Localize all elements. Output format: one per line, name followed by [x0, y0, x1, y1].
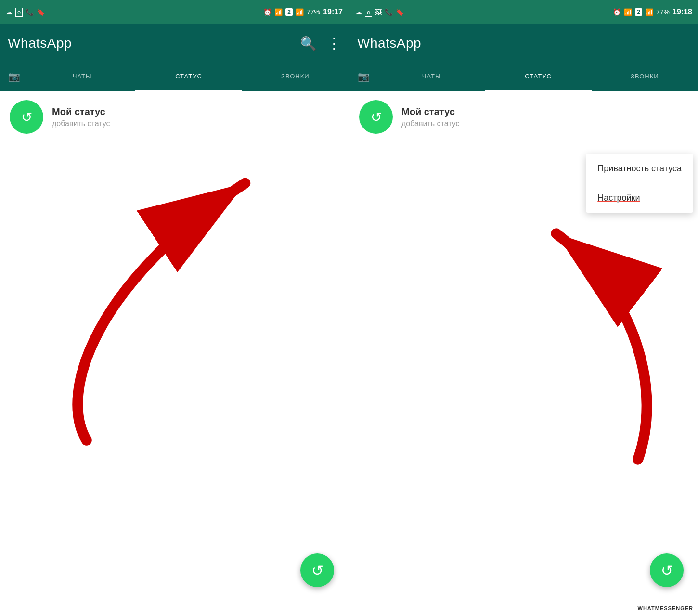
wifi-icon: 📶 [274, 8, 283, 16]
e-icon: e [15, 8, 23, 17]
arrow-overlay-1 [0, 91, 349, 616]
status-info-1: Мой статус добавить статус [52, 106, 110, 128]
tab-calls-1[interactable]: ЗВОНКИ [242, 63, 349, 91]
status-name-1: Мой статус [52, 106, 110, 117]
status-sub-1: добавить статус [52, 119, 110, 128]
sim-badge: 2 [285, 8, 293, 16]
tab-status-1[interactable]: СТАТУС [135, 63, 242, 91]
screen-1: ☁ e 📞 🔖 ⏰ 📶 2 📶 77% 19:17 WhatsApp 🔍 ⋮ 📷… [0, 0, 349, 616]
status-info-2: Мой статус добавить статус [401, 106, 460, 128]
menu-button-1[interactable]: ⋮ [326, 34, 341, 52]
e-icon-2: e [365, 8, 372, 17]
cloud-icon-2: ☁ [355, 8, 362, 16]
dropdown-menu: Приватность статуса Настройки [586, 154, 693, 213]
app-bar-actions-1: 🔍 ⋮ [300, 34, 341, 52]
fab-icon-1: ↺ [311, 562, 323, 579]
battery-text: 77% [307, 8, 320, 16]
sim-badge-2: 2 [635, 8, 642, 16]
status-avatar-2: ↺ [359, 100, 393, 134]
app-title-1: WhatsApp [8, 36, 300, 51]
alarm-icon: ⏰ [263, 8, 271, 16]
phone-icon: 📞 [26, 8, 34, 16]
time-display-1: 19:17 [323, 8, 343, 16]
my-status-item-2[interactable]: ↺ Мой статус добавить статус [349, 91, 698, 142]
dropdown-item-privacy[interactable]: Приватность статуса [586, 154, 693, 183]
fab-2[interactable]: ↺ [650, 553, 684, 587]
status-bar-1: ☁ e 📞 🔖 ⏰ 📶 2 📶 77% 19:17 [0, 0, 349, 24]
status-bar-left-2: ☁ e 🖼 📞 🔖 [355, 8, 404, 17]
time-display-2: 19:18 [672, 8, 692, 16]
status-name-2: Мой статус [401, 106, 460, 117]
tab-chats-1[interactable]: ЧАТЫ [29, 63, 135, 91]
status-bar-right-1: ⏰ 📶 2 📶 77% 19:17 [263, 8, 343, 16]
my-status-item-1[interactable]: ↺ Мой статус добавить статус [0, 91, 349, 142]
wifi-icon-2: 📶 [624, 8, 632, 16]
content-area-2: ↺ Мой статус добавить статус Приватность… [349, 91, 698, 616]
status-sub-2: добавить статус [401, 119, 460, 128]
alarm-icon-2: ⏰ [613, 8, 621, 16]
add-status-icon-2: ↺ [371, 109, 382, 125]
status-bar-right-2: ⏰ 📶 2 📶 77% 19:18 [613, 8, 692, 16]
battery-text-2: 77% [656, 8, 670, 16]
app-bar-2: WhatsApp [349, 24, 698, 63]
status-bar-left-1: ☁ e 📞 🔖 [6, 8, 45, 17]
bookmark-icon-2: 🔖 [396, 8, 404, 16]
signal-icon: 📶 [296, 8, 304, 16]
phone-icon-2: 📞 [385, 8, 393, 16]
search-button-1[interactable]: 🔍 [300, 36, 317, 51]
add-status-icon-1: ↺ [21, 109, 32, 125]
tabs-bar-1: 📷 ЧАТЫ СТАТУС ЗВОНКИ [0, 63, 349, 91]
app-title-2: WhatsApp [357, 36, 690, 51]
bookmark-icon: 🔖 [37, 8, 45, 16]
tab-calls-2[interactable]: ЗВОНКИ [592, 63, 698, 91]
app-bar-1: WhatsApp 🔍 ⋮ [0, 24, 349, 63]
tab-chats-2[interactable]: ЧАТЫ [378, 63, 485, 91]
watermark: WHATMESSENGER [638, 605, 693, 611]
tab-camera-2[interactable]: 📷 [349, 63, 378, 91]
fab-icon-2: ↺ [661, 562, 673, 579]
tabs-bar-2: 📷 ЧАТЫ СТАТУС ЗВОНКИ [349, 63, 698, 91]
image-icon-2: 🖼 [375, 8, 382, 16]
screen-2: ☁ e 🖼 📞 🔖 ⏰ 📶 2 📶 77% 19:18 WhatsApp 📷 Ч… [349, 0, 698, 616]
signal-icon-2: 📶 [645, 8, 653, 16]
tab-status-2[interactable]: СТАТУС [485, 63, 591, 91]
cloud-icon: ☁ [6, 8, 13, 16]
dropdown-item-settings[interactable]: Настройки [586, 183, 693, 213]
content-area-1: ↺ Мой статус добавить статус ↺ [0, 91, 349, 616]
status-bar-2: ☁ e 🖼 📞 🔖 ⏰ 📶 2 📶 77% 19:18 [349, 0, 698, 24]
tab-camera-1[interactable]: 📷 [0, 63, 29, 91]
fab-1[interactable]: ↺ [300, 553, 334, 587]
status-avatar-1: ↺ [10, 100, 43, 134]
